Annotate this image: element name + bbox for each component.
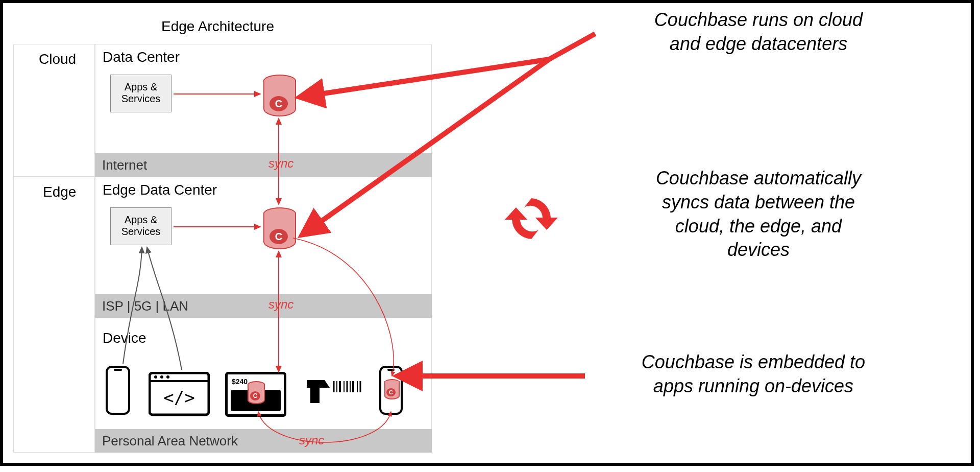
cloud-db-icon: C (263, 75, 294, 115)
svg-point-4 (154, 375, 157, 379)
svg-rect-0 (107, 367, 129, 414)
cloud-apps-text: Apps & Services (121, 81, 161, 104)
cloud-label: Cloud (39, 51, 76, 67)
phone-db-icon: C (384, 379, 398, 399)
phone2-icon: C (378, 366, 404, 417)
annotation-1-line2: and edge datacenters (670, 33, 847, 54)
sync-label-3: sync (299, 433, 324, 447)
annotation-3: Couchbase is embedded to apps running on… (580, 350, 927, 398)
device-section-label: Device (103, 330, 146, 346)
isp-band: ISP | 5G | LAN (95, 294, 432, 318)
edge-apps-text: Apps & Services (121, 214, 161, 237)
annotation-2-line4: devices (727, 239, 790, 260)
edge-dc-label: Edge Data Center (103, 182, 217, 198)
edge-label: Edge (43, 184, 76, 200)
annotation-1: Couchbase runs on cloud and edge datacen… (595, 8, 922, 56)
edge-architecture-diagram: Edge Architecture Cloud Data Center Apps… (13, 18, 432, 453)
svg-rect-18 (387, 369, 395, 371)
edge-apps-box: Apps & Services (110, 207, 172, 245)
annotation-2: Couchbase automatically syncs data betwe… (595, 167, 922, 262)
diagram-frame: Edge Architecture Cloud Data Center Apps… (0, 0, 974, 466)
diagram-title: Edge Architecture (161, 18, 274, 35)
annotation-3-line2: apps running on-devices (653, 375, 853, 396)
barcode-scanner-icon (304, 375, 365, 411)
device-row: </> $240 C (103, 366, 429, 422)
annotation-2-line1: Couchbase automatically (656, 168, 861, 188)
edge-label-cell (13, 177, 95, 453)
annotation-2-line2: syncs data between the (662, 192, 855, 213)
pos-amount: $240 (232, 377, 248, 386)
pan-band: Personal Area Network (95, 429, 432, 453)
sync-label-2: sync (268, 297, 293, 312)
phone-icon (103, 366, 133, 417)
svg-point-5 (160, 375, 163, 379)
data-center-label: Data Center (103, 49, 180, 65)
pos-terminal-icon: $240 C (225, 372, 286, 417)
annotation-3-line1: Couchbase is embedded to (642, 351, 865, 372)
svg-point-6 (166, 375, 169, 379)
isp-label: ISP | 5G | LAN (102, 298, 188, 314)
pan-label: Personal Area Network (102, 433, 238, 449)
annotation-2-line3: cloud, the edge, and (675, 216, 842, 237)
cloud-apps-box: Apps & Services (110, 75, 172, 112)
sync-label-1: sync (268, 156, 293, 171)
code-window-icon: </> (149, 372, 210, 417)
annotation-1-line1: Couchbase runs on cloud (654, 9, 863, 30)
svg-text:</>: </> (163, 387, 194, 408)
pos-db-icon: C (248, 381, 263, 404)
internet-band: Internet (95, 153, 432, 177)
svg-rect-1 (114, 369, 122, 371)
edge-db-icon: C (263, 207, 294, 248)
internet-label: Internet (102, 157, 147, 173)
sync-icon (501, 192, 562, 248)
svg-line-23 (549, 34, 595, 59)
